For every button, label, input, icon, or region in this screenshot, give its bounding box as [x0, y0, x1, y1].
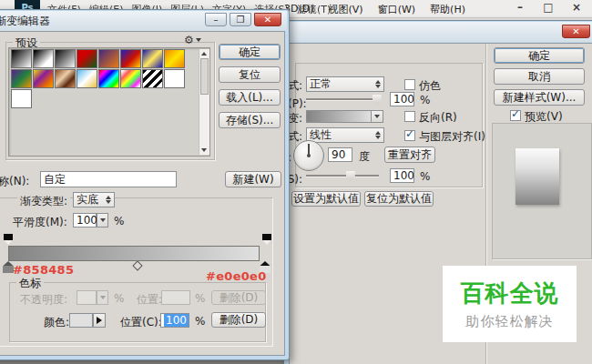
dither-checkbox[interactable] [404, 79, 415, 90]
opacity-unit: % [420, 94, 430, 106]
new-gradient-button[interactable]: 新建(W) [225, 171, 281, 187]
app-minimize-button[interactable]: – [512, 1, 528, 14]
blend-mode-dropdown[interactable]: 正常 [306, 76, 384, 92]
name-input[interactable]: 自定 [40, 171, 177, 187]
stop-position-unit-disabled: % [195, 292, 205, 305]
preset-swatch-blue-white-yellow[interactable] [77, 69, 97, 88]
scale-label: 缩放(S): [289, 172, 302, 187]
name-label: 名称(N): [0, 174, 29, 189]
gradient-type-label: 渐变类型: [17, 194, 70, 209]
align-layer-checkbox[interactable]: ✓ [404, 130, 415, 141]
hex-annotation-start: #858485 [13, 263, 74, 277]
watermark-title: 百科全说 [461, 278, 559, 309]
preset-swatch-violet-orange[interactable] [98, 49, 119, 68]
layer-style-titlebar[interactable]: ✕ [286, 22, 592, 42]
ls-cancel-button[interactable]: 取消 [494, 68, 585, 85]
preset-swatch-neutral-checker[interactable] [164, 69, 185, 88]
preview-checkbox[interactable]: ✓ [510, 110, 521, 121]
scale-slider-thumb[interactable] [346, 171, 355, 181]
smoothness-field[interactable]: 100 [73, 213, 97, 228]
preset-swatch-white[interactable] [11, 89, 32, 108]
preset-swatch-transparent-stripes[interactable] [142, 69, 163, 88]
gradient-editor-titlebar[interactable]: 渐变编辑器 – ❐ ✕ [0, 11, 287, 31]
scroll-down-icon[interactable] [201, 148, 207, 152]
updown-icon [375, 80, 381, 88]
preset-swatch-red-green[interactable] [77, 49, 97, 68]
app-maximize-button[interactable]: □ [540, 1, 556, 14]
watermark-subtitle: 助你轻松解决 [466, 313, 554, 330]
check-icon: ✓ [405, 127, 414, 140]
scale-slider[interactable] [306, 169, 379, 182]
preset-swatch-violet-green-orange[interactable] [11, 69, 32, 88]
preset-swatch-blue-red-yellow[interactable] [120, 49, 141, 68]
new-style-button[interactable]: 新建样式(W)... [494, 89, 585, 106]
reverse-label: 反向(R) [419, 110, 457, 126]
angle-dial[interactable] [293, 140, 324, 171]
preview-panel [492, 123, 592, 259]
gradient-editor-title: 渐变编辑器 [0, 14, 50, 29]
stop-color-swatch[interactable] [69, 313, 93, 328]
app-close-button[interactable]: × [568, 1, 585, 14]
gradient-preview-strip[interactable] [306, 110, 372, 123]
hex-annotation-end: #e0e0e0 [206, 269, 267, 283]
stops-label: 色标 [16, 276, 44, 291]
opacity-slider[interactable] [306, 93, 379, 106]
gradient-type-value: 实底 [77, 192, 98, 207]
ge-reset-button[interactable]: 复位 [219, 66, 281, 83]
presets-scrollbar[interactable] [199, 49, 209, 155]
opacity-field[interactable]: 100 [390, 92, 414, 106]
stop-color-menu-button[interactable] [93, 313, 106, 328]
scale-field[interactable]: 100 [390, 168, 414, 183]
stop-position-label: 位置(C): [120, 315, 162, 330]
angle-field[interactable]: 90 [328, 147, 352, 162]
ge-minimize-button[interactable]: – [205, 13, 227, 26]
preset-swatch-black-white[interactable] [55, 49, 76, 68]
reverse-checkbox[interactable] [404, 111, 415, 122]
stop-position-label-disabled: 位置: [137, 292, 162, 308]
stop-position-field[interactable]: 100 [160, 313, 189, 328]
opacity-label: 不透明度(P): [289, 96, 302, 112]
dither-label: 仿色 [419, 78, 441, 94]
ge-save-button[interactable]: 存储(S)... [219, 112, 281, 128]
menu-item[interactable]: 视图(V) [329, 3, 363, 16]
reset-default-button[interactable]: 复位为默认值 [364, 191, 434, 207]
preset-swatch-blue-yellow-blue[interactable] [142, 49, 163, 68]
check-icon: ✓ [511, 107, 520, 120]
smoothness-dropdown-button[interactable] [97, 213, 108, 228]
scroll-up-icon[interactable] [201, 52, 207, 56]
preset-swatch-copper[interactable] [55, 69, 76, 88]
presets-menu-button[interactable]: ⚙ [184, 34, 201, 46]
ls-ok-button[interactable]: 确定 [494, 47, 585, 64]
gradient-editor-client: 预设 ⚙ 确定 复位 载入(L)... 存储(S)... 名称(N): 自定 [0, 31, 285, 356]
preset-swatch-spectrum[interactable] [98, 69, 119, 88]
layer-style-close-button[interactable]: ✕ [562, 25, 590, 38]
preset-swatch-fg-to-bg[interactable] [11, 49, 32, 68]
ge-ok-button[interactable]: 确定 [219, 44, 281, 60]
angle-unit: 度 [359, 149, 370, 165]
preset-swatch-transparent-rainbow[interactable] [120, 69, 141, 88]
gear-icon: ⚙ [184, 34, 194, 46]
gradient-type-dropdown[interactable]: 实底 [73, 192, 115, 207]
delete-color-stop-button[interactable]: 删除(D) [211, 312, 266, 328]
scrollbar-thumb[interactable] [200, 58, 209, 95]
updown-icon [106, 196, 111, 204]
stop-color-label: 颜色: [44, 315, 69, 330]
menu-item[interactable]: 帮助(H) [430, 3, 465, 16]
gradient-picker-button[interactable] [371, 110, 383, 123]
stop-opacity-unit: % [114, 292, 124, 305]
gradient-bar[interactable] [8, 246, 260, 261]
style-dropdown[interactable]: 线性 [306, 127, 384, 143]
set-default-button[interactable]: 设置为默认值 [291, 191, 361, 207]
reset-align-button[interactable]: 重置对齐 [384, 147, 435, 163]
ge-load-button[interactable]: 载入(L)... [219, 89, 281, 106]
preset-swatch-fg-to-transparent[interactable] [33, 49, 54, 68]
updown-icon [375, 131, 381, 139]
preset-swatch-yellow-violet-orange[interactable] [33, 69, 54, 88]
ge-close-button[interactable]: ✕ [254, 13, 281, 26]
watermark: 百科全说 助你轻松解决 [443, 266, 577, 342]
ge-maximize-button[interactable]: ❐ [230, 13, 251, 26]
smoothness-label: 平滑度(M): [13, 215, 67, 230]
menu-item[interactable]: 窗口(W) [378, 3, 415, 16]
preset-swatch-orange-yellow-orange[interactable] [164, 49, 185, 68]
blend-mode-label: 混合模式: [289, 78, 302, 94]
